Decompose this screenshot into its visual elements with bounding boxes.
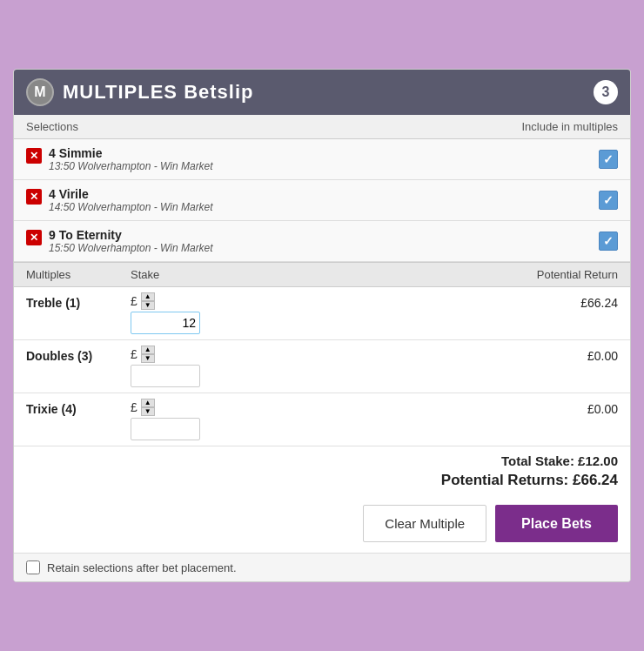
total-stake-value: £12.00 [578,453,618,468]
doubles-currency: £ [131,347,138,361]
selection-3-info: 9 To Eternity 15:50 Wolverhampton - Win … [49,228,213,254]
total-stake: Total Stake: £12.00 [26,453,618,468]
treble-increment-button[interactable]: ▲ [141,292,155,301]
selection-2-name: 4 Virile [49,187,213,201]
potential-returns-value: £66.24 [573,472,618,488]
selection-3-name: 9 To Eternity [49,228,213,242]
treble-decrement-button[interactable]: ▼ [141,301,155,310]
include-selection-2-checkbox[interactable] [599,191,618,210]
selection-left: ✕ 9 To Eternity 15:50 Wolverhampton - Wi… [26,228,213,254]
trixie-bet-row: Trixie (4) £ ▲ ▼ £0.00 [14,393,630,446]
treble-bet-row: Treble (1) £ ▲ ▼ £66.24 [14,287,630,340]
doubles-stake-input[interactable] [131,365,200,387]
count-badge: 3 [594,80,618,104]
trixie-increment-button[interactable]: ▲ [141,399,155,407]
doubles-stake-area: £ ▲ ▼ [131,346,270,387]
m-icon: M [26,78,54,106]
include-selection-3-checkbox[interactable] [599,232,618,251]
betslip-header: M MULTIPLES Betslip 3 [14,70,630,115]
doubles-stake-row-inner: £ ▲ ▼ [131,346,270,363]
doubles-potential-return: £0.00 [270,346,618,363]
doubles-label: Doubles (3) [26,346,131,363]
trixie-stake-row-inner: £ ▲ ▼ [131,399,270,416]
header-title: MULTIPLES Betslip [63,81,254,104]
doubles-decrement-button[interactable]: ▼ [141,354,155,363]
column-headers: Selections Include in multiples [14,115,630,139]
doubles-increment-button[interactable]: ▲ [141,346,155,354]
total-stake-label: Total Stake: [501,453,574,468]
selection-3-detail: 15:50 Wolverhampton - Win Market [49,242,213,254]
selection-1-info: 4 Simmie 13:50 Wolverhampton - Win Marke… [49,146,213,172]
multiples-col-header: Multiples [26,268,131,281]
retain-label: Retain selections after bet placement. [47,561,237,574]
trixie-currency: £ [131,400,138,414]
treble-stake-input[interactable] [131,312,200,334]
retain-checkbox[interactable] [26,560,40,574]
doubles-spinner[interactable]: ▲ ▼ [141,346,155,363]
treble-stake-area: £ ▲ ▼ [131,292,270,334]
include-col-header: Include in multiples [521,120,618,133]
multiples-headers: Multiples Stake Potential Return [14,262,630,287]
remove-selection-2-button[interactable]: ✕ [26,189,42,205]
selection-left: ✕ 4 Simmie 13:50 Wolverhampton - Win Mar… [26,146,213,172]
trixie-decrement-button[interactable]: ▼ [141,407,155,416]
doubles-bet-row: Doubles (3) £ ▲ ▼ £0.00 [14,340,630,393]
selection-2-detail: 14:50 Wolverhampton - Win Market [49,201,213,213]
trixie-spinner[interactable]: ▲ ▼ [141,399,155,416]
selection-row: ✕ 4 Simmie 13:50 Wolverhampton - Win Mar… [14,139,630,180]
selection-2-info: 4 Virile 14:50 Wolverhampton - Win Marke… [49,187,213,213]
betslip-container: M MULTIPLES Betslip 3 Selections Include… [13,69,631,582]
trixie-stake-area: £ ▲ ▼ [131,399,270,440]
selection-row: ✕ 9 To Eternity 15:50 Wolverhampton - Wi… [14,221,630,262]
selections-col-header: Selections [26,120,78,133]
totals-section: Total Stake: £12.00 Potential Returns: £… [14,446,630,500]
return-col-header: Potential Return [270,268,618,281]
place-bets-button[interactable]: Place Bets [495,505,618,542]
potential-returns: Potential Returns: £66.24 [26,472,618,489]
selection-1-detail: 13:50 Wolverhampton - Win Market [49,160,213,172]
trixie-label: Trixie (4) [26,399,131,416]
treble-spinner[interactable]: ▲ ▼ [141,292,155,310]
treble-label: Treble (1) [26,292,131,310]
retain-row: Retain selections after bet placement. [14,553,630,581]
selection-left: ✕ 4 Virile 14:50 Wolverhampton - Win Mar… [26,187,213,213]
trixie-stake-input[interactable] [131,418,200,440]
trixie-potential-return: £0.00 [270,399,618,416]
clear-multiple-button[interactable]: Clear Multiple [363,505,486,542]
potential-returns-label: Potential Returns: [441,472,568,488]
include-selection-1-checkbox[interactable] [599,150,618,169]
treble-currency: £ [131,294,138,308]
remove-selection-1-button[interactable]: ✕ [26,148,42,164]
remove-selection-3-button[interactable]: ✕ [26,230,42,245]
treble-potential-return: £66.24 [270,292,618,310]
selection-row: ✕ 4 Virile 14:50 Wolverhampton - Win Mar… [14,180,630,221]
treble-stake-row-inner: £ ▲ ▼ [131,292,270,310]
stake-col-header: Stake [131,268,270,281]
action-row: Clear Multiple Place Bets [14,500,630,553]
header-left: M MULTIPLES Betslip [26,78,254,106]
selection-1-name: 4 Simmie [49,146,213,160]
